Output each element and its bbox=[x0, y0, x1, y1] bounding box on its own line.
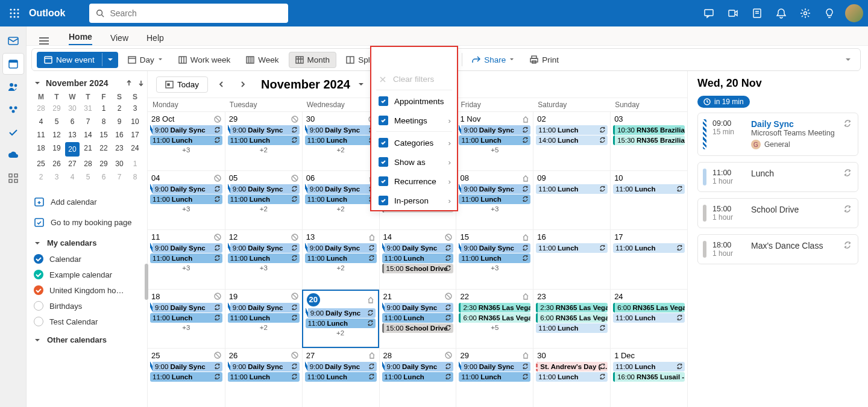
event-chip[interactable]: 11:00 Lunch bbox=[150, 194, 222, 204]
event-chip[interactable]: 10:30 RN365 Brazilian bbox=[613, 125, 685, 135]
event-chip[interactable]: 15:30 RN365 Brazilian bbox=[613, 135, 685, 145]
event-chip[interactable]: 6:00 RN365 Las Vegas bbox=[459, 313, 530, 323]
mini-date[interactable]: 29 bbox=[49, 102, 64, 114]
search-box[interactable] bbox=[89, 4, 288, 23]
event-chip[interactable]: 11:00 Lunch bbox=[305, 194, 377, 204]
mini-date[interactable]: 3 bbox=[49, 171, 64, 183]
event-chip[interactable]: 9:00 Daily Sync bbox=[305, 184, 377, 194]
mini-date[interactable]: 25 bbox=[34, 158, 48, 170]
event-chip[interactable]: 11:00 Lunch bbox=[613, 313, 685, 323]
calendar-cell[interactable]: 309:00 Daily Sync11:00 Lunch+2 bbox=[302, 112, 379, 170]
calendar-toggle[interactable]: United Kingdom ho… bbox=[34, 282, 145, 298]
event-chip[interactable]: 11:00 Lunch bbox=[150, 253, 222, 263]
calendar-cell[interactable]: 222:30 RN365 Las Vegas6:00 RN365 Las Veg… bbox=[456, 290, 533, 348]
more-events[interactable]: +3 bbox=[228, 264, 300, 272]
calendar-cell[interactable]: 299:00 Daily Sync11:00 Lunch bbox=[456, 349, 533, 407]
rail-apps-icon[interactable] bbox=[2, 167, 24, 189]
calendar-cell[interactable]: 119:00 Daily Sync11:00 Lunch+3 bbox=[148, 230, 225, 288]
mini-date[interactable]: 18 bbox=[34, 142, 48, 157]
more-events[interactable]: +2 bbox=[228, 146, 300, 154]
mini-date[interactable]: 2 bbox=[112, 102, 127, 114]
event-chip[interactable]: 9:00 Daily Sync bbox=[228, 243, 300, 253]
mini-date[interactable]: 6 bbox=[96, 171, 111, 183]
next-month-icon[interactable] bbox=[234, 76, 251, 93]
event-chip[interactable]: 9:00 Daily Sync bbox=[228, 362, 300, 371]
more-events[interactable]: +2 bbox=[228, 205, 300, 213]
share-button[interactable]: Share bbox=[466, 52, 520, 67]
event-chip[interactable]: 11:00 Lunch bbox=[306, 318, 376, 328]
more-events[interactable]: +3 bbox=[459, 264, 530, 272]
calendar-cell[interactable]: 299:00 Daily Sync11:00 Lunch+2 bbox=[225, 112, 302, 170]
event-chip[interactable]: 11:00 Lunch bbox=[536, 125, 608, 135]
print-button[interactable]: Print bbox=[524, 52, 565, 67]
mini-date[interactable]: 28 bbox=[34, 102, 48, 114]
event-chip[interactable]: 15:00 School Drive bbox=[382, 323, 454, 333]
event-chip[interactable]: 11:00 Lunch bbox=[228, 194, 300, 204]
more-events[interactable]: +3 bbox=[150, 323, 222, 332]
ribbon-expand-icon[interactable] bbox=[844, 56, 855, 63]
more-events[interactable]: +2 bbox=[305, 264, 377, 272]
mini-date[interactable]: 8 bbox=[128, 171, 142, 183]
mini-date[interactable]: 1 bbox=[96, 102, 111, 114]
rail-people-icon[interactable] bbox=[2, 76, 24, 98]
calendar-cell[interactable]: 269:00 Daily Sync11:00 Lunch bbox=[225, 349, 302, 407]
event-chip[interactable]: 11:00 Lunch bbox=[613, 243, 685, 253]
event-chip[interactable]: 2:30 RN365 Las Vegas bbox=[459, 303, 530, 312]
event-chip[interactable]: 14:00 Lunch bbox=[536, 135, 608, 145]
nav-toggle-icon[interactable] bbox=[39, 37, 51, 45]
event-chip[interactable]: 11:00 Lunch bbox=[382, 372, 454, 382]
more-events[interactable]: +2 bbox=[306, 329, 376, 337]
event-chip[interactable]: 11:00 Lunch bbox=[228, 372, 300, 382]
event-chip[interactable]: 11:00 Lunch bbox=[150, 135, 222, 145]
mini-date[interactable]: 4 bbox=[34, 116, 48, 128]
new-event-dropdown[interactable] bbox=[102, 53, 118, 66]
other-calendars-header[interactable]: Other calendars bbox=[34, 329, 145, 348]
event-chip[interactable]: 11:00 Lunch bbox=[536, 372, 608, 382]
mini-date[interactable]: 21 bbox=[81, 142, 95, 157]
event-chip[interactable]: 11:00 Lunch bbox=[228, 253, 300, 263]
datepicker-prev-icon[interactable] bbox=[125, 79, 133, 87]
mini-date[interactable]: 13 bbox=[65, 129, 80, 141]
view-week-button[interactable]: Week bbox=[240, 52, 285, 67]
event-chip[interactable]: 9:00 Daily Sync bbox=[459, 184, 530, 194]
event-chip[interactable]: 9:00 Daily Sync bbox=[382, 362, 454, 371]
tab-help[interactable]: Help bbox=[146, 33, 164, 45]
calendar-cell[interactable]: 246:00 RN365 Las Vegas11:00 Lunch bbox=[610, 290, 687, 348]
calendar-toggle[interactable]: Birthdays bbox=[34, 298, 145, 314]
event-chip[interactable]: 11:00 Lunch bbox=[382, 313, 454, 323]
event-chip[interactable]: 9:00 Daily Sync bbox=[459, 125, 530, 135]
event-chip[interactable]: 11:00 Lunch bbox=[459, 194, 530, 204]
view-day-button[interactable]: Day bbox=[122, 52, 169, 67]
new-event-button[interactable]: New event bbox=[37, 52, 118, 68]
calendar-cell[interactable]: 1611:00 Lunch bbox=[533, 230, 610, 288]
agenda-item[interactable]: 09:0015 minDaily SyncMicrosoft Teams Mee… bbox=[697, 113, 858, 156]
agenda-item[interactable]: 18:001 hourMax's Dance Class bbox=[697, 234, 858, 264]
more-events[interactable]: +3 bbox=[459, 205, 530, 213]
rail-calendar-icon[interactable] bbox=[2, 53, 24, 75]
mini-date[interactable]: 16 bbox=[112, 129, 127, 141]
calendar-cell[interactable]: 159:00 Daily Sync11:00 Lunch+3 bbox=[456, 230, 533, 288]
event-chip[interactable]: 9:00 Daily Sync bbox=[306, 308, 376, 318]
filter-meetings[interactable]: Meetings› bbox=[371, 111, 457, 130]
event-chip[interactable]: 11:00 Lunch bbox=[459, 253, 530, 263]
today-button[interactable]: Today bbox=[156, 76, 208, 93]
filter-recurrence[interactable]: Recurrence› bbox=[371, 172, 457, 191]
more-events[interactable]: +2 bbox=[228, 323, 300, 332]
calendar-cell[interactable]: 1711:00 Lunch bbox=[610, 230, 687, 288]
mini-date[interactable]: 1 bbox=[128, 158, 142, 170]
tab-view[interactable]: View bbox=[110, 33, 128, 45]
mini-date[interactable]: 17 bbox=[128, 129, 142, 141]
calendar-cell[interactable]: 189:00 Daily Sync11:00 Lunch+3 bbox=[148, 290, 225, 348]
event-chip[interactable]: 9:00 Daily Sync bbox=[150, 243, 222, 253]
mini-date[interactable]: 4 bbox=[65, 171, 80, 183]
bell-icon[interactable] bbox=[769, 0, 793, 26]
filter-show-as[interactable]: Show as› bbox=[371, 152, 457, 172]
event-chip[interactable]: 9:00 Daily Sync bbox=[228, 184, 300, 194]
mini-date[interactable]: 23 bbox=[112, 142, 127, 157]
booking-link[interactable]: Go to my booking page bbox=[34, 212, 145, 232]
more-events[interactable]: +2 bbox=[305, 146, 377, 154]
rail-groups-icon[interactable] bbox=[2, 99, 24, 120]
filter-appointments[interactable]: Appointments bbox=[371, 92, 457, 111]
mini-date[interactable]: 29 bbox=[96, 158, 111, 170]
settings-icon[interactable] bbox=[793, 0, 817, 26]
